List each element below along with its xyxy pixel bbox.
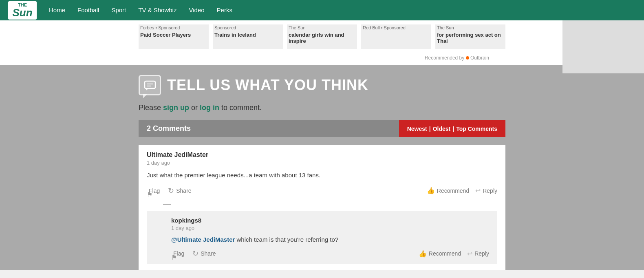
site-logo[interactable]: THE Sun bbox=[8, 1, 37, 20]
reply-username: kopkings8 bbox=[171, 217, 489, 224]
reply-separator: — bbox=[147, 195, 497, 211]
reply-button[interactable]: Reply bbox=[475, 187, 497, 194]
comment-text: Just what the premier league needs...a t… bbox=[147, 171, 497, 180]
login-link[interactable]: log in bbox=[200, 104, 219, 112]
nav-item-sport[interactable]: Sport bbox=[111, 7, 126, 14]
outbrain-logo: Outbrain bbox=[466, 55, 489, 61]
reply-recommend-button[interactable]: Recommend bbox=[419, 250, 461, 258]
sign-up-link[interactable]: sign up bbox=[163, 104, 189, 112]
svg-rect-0 bbox=[145, 81, 155, 88]
reply-reply-icon bbox=[467, 250, 472, 258]
navbar: THE Sun Home Football Sport TV & Showbiz… bbox=[0, 0, 644, 20]
nav-item-tv-showbiz[interactable]: TV & Showbiz bbox=[138, 7, 176, 14]
reply-reply-button[interactable]: Reply bbox=[467, 250, 489, 258]
tell-us-title: TELL US WHAT YOU THINK bbox=[167, 77, 368, 94]
recommend-icon bbox=[427, 187, 435, 194]
bottom-filler bbox=[0, 270, 644, 278]
comment-username: Ultimate JediMaster bbox=[147, 151, 497, 159]
logo-sun: Sun bbox=[11, 7, 33, 18]
nav-item-home[interactable]: Home bbox=[49, 7, 65, 14]
reply-icon bbox=[475, 187, 481, 194]
comments-bar: 2 Comments Newest | Oldest | Top Comment… bbox=[139, 120, 505, 137]
comment-actions: Flag Share Recommend Reply bbox=[147, 186, 497, 195]
recommend-button[interactable]: Recommend bbox=[427, 187, 469, 194]
reply-action-left: Flag Share bbox=[171, 249, 216, 258]
reply-text: @Ultimate JediMaster which team is that … bbox=[171, 235, 489, 245]
nav-item-video[interactable]: Video bbox=[189, 7, 204, 14]
article-card-0[interactable]: Forbes • Sponsored Paid Soccer Players bbox=[139, 24, 209, 49]
reply-actions: Flag Share Recommend Reply bbox=[171, 249, 489, 258]
svg-marker-3 bbox=[146, 88, 148, 90]
article-card-4[interactable]: The Sun for performing sex act on Thai bbox=[435, 24, 505, 49]
reply-time: 1 day ago bbox=[171, 225, 489, 231]
share-icon bbox=[168, 186, 174, 195]
mention-link[interactable]: @Ultimate JediMaster bbox=[171, 236, 235, 243]
comment-item: Ultimate JediMaster 1 day ago Just what … bbox=[139, 145, 505, 270]
nav-list: Home Football Sport TV & Showbiz Video P… bbox=[49, 7, 232, 14]
reply-share-button[interactable]: Share bbox=[192, 249, 216, 258]
action-left: Flag Share bbox=[147, 186, 192, 195]
reply-share-icon bbox=[192, 249, 198, 258]
article-card-3[interactable]: Red Bull • Sponsored bbox=[361, 24, 431, 49]
nav-item-football[interactable]: Football bbox=[77, 7, 99, 14]
article-cards-row: Forbes • Sponsored Paid Soccer Players S… bbox=[0, 20, 644, 53]
reply-flag-button[interactable]: Flag bbox=[171, 250, 184, 257]
article-card-1[interactable]: Sponsored Trains in Iceland bbox=[213, 24, 283, 49]
reply-action-right: Recommend Reply bbox=[419, 250, 489, 258]
nav-item-perks[interactable]: Perks bbox=[217, 7, 232, 14]
chat-icon bbox=[139, 75, 161, 95]
sort-top-comments[interactable]: Top Comments bbox=[456, 126, 497, 132]
comments-count: 2 Comments bbox=[139, 120, 399, 137]
sort-buttons[interactable]: Newest | Oldest | Top Comments bbox=[399, 120, 505, 137]
share-button[interactable]: Share bbox=[168, 186, 191, 195]
sort-newest[interactable]: Newest bbox=[407, 126, 427, 132]
outbrain-bar: Recommended by Outbrain bbox=[0, 53, 644, 65]
right-ad bbox=[562, 20, 644, 73]
sign-up-prompt: Please sign up or log in to comment. bbox=[139, 104, 505, 112]
comment-time: 1 day ago bbox=[147, 160, 497, 166]
tell-us-section: TELL US WHAT YOU THINK Please sign up or… bbox=[0, 65, 644, 270]
article-card-2[interactable]: The Sun calendar girls win and inspire bbox=[287, 24, 357, 49]
sort-oldest[interactable]: Oldest bbox=[433, 126, 451, 132]
reply-recommend-icon bbox=[419, 250, 427, 258]
outbrain-dot bbox=[466, 56, 469, 60]
reply-section: kopkings8 1 day ago @Ultimate JediMaster… bbox=[147, 211, 497, 265]
action-right: Recommend Reply bbox=[427, 187, 497, 194]
flag-button[interactable]: Flag bbox=[147, 188, 160, 194]
